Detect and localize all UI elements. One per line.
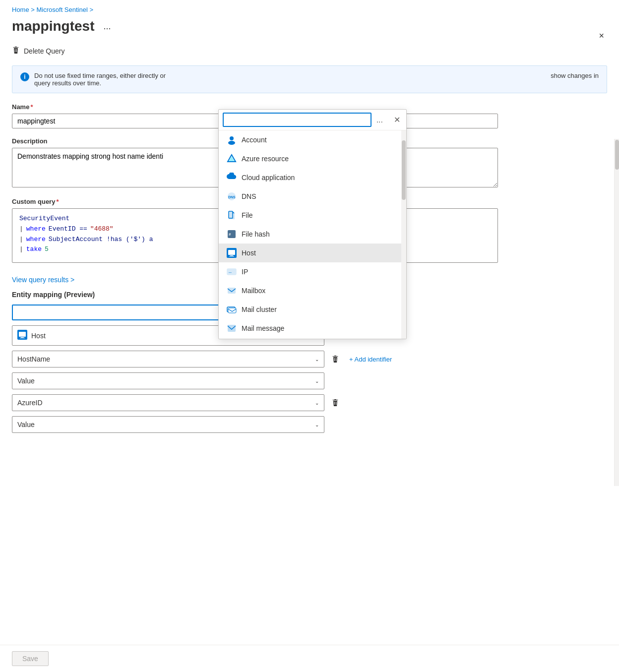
dropdown-item-account[interactable]: Account [219, 130, 401, 149]
file-hash-label: File hash [242, 230, 270, 238]
hostname-row: HostName ⌄ + Add identifier [12, 351, 607, 367]
file-hash-icon: # [227, 229, 237, 239]
azureid-value-chevron-icon: ⌄ [315, 422, 319, 428]
azure-resource-label: Azure resource [242, 155, 289, 163]
host-dropdown-label: Host [242, 249, 256, 257]
cloud-app-icon: APP [227, 173, 237, 183]
dropdown-item-file-hash[interactable]: # File hash [219, 225, 401, 244]
info-icon: i [20, 72, 29, 81]
azureid-value-label: Value [17, 421, 35, 428]
azureid-label: AzureID [17, 399, 43, 407]
mail-message-icon [227, 323, 237, 333]
svg-text:DNS: DNS [228, 195, 236, 199]
dns-icon: DNS [227, 191, 237, 201]
mailbox-icon [227, 286, 237, 296]
svg-rect-17 [229, 256, 234, 256]
trash-icon [12, 46, 20, 56]
dropdown-search-input[interactable] [223, 113, 371, 127]
svg-rect-22 [228, 308, 236, 313]
dropdown-item-malware[interactable]: Malware [219, 338, 401, 339]
azure-resource-icon [227, 154, 237, 164]
breadcrumb: Home > Microsoft Sentinel > [0, 0, 619, 16]
azureid-value-row: Value ⌄ [12, 416, 607, 433]
azureid-select[interactable]: AzureID ⌄ [12, 394, 324, 411]
ip-label: IP [242, 268, 248, 276]
dropdown-item-mail-cluster[interactable]: Mail cluster [219, 300, 401, 319]
host-entity-label: Host [31, 332, 46, 340]
hostname-value-label: Value [17, 377, 35, 385]
dropdown-scrollbar[interactable] [401, 130, 406, 339]
breadcrumb-home[interactable]: Home [12, 6, 29, 13]
mail-cluster-label: Mail cluster [242, 305, 277, 313]
mail-message-label: Mail message [242, 324, 284, 332]
dns-label: DNS [242, 192, 256, 200]
svg-rect-23 [228, 325, 236, 332]
dropdown-item-mailbox[interactable]: Mailbox [219, 281, 401, 300]
entity-type-inner: Host [17, 330, 46, 341]
account-icon [227, 135, 237, 145]
dropdown-item-ip[interactable]: ··· IP [219, 262, 401, 281]
ip-icon: ··· [227, 267, 237, 277]
svg-point-4 [230, 136, 234, 140]
delete-hostname-button[interactable] [328, 352, 342, 366]
show-changes-text: show changes in [551, 72, 599, 79]
page-ellipsis-button[interactable]: ... [100, 20, 114, 33]
delete-query-label: Delete Query [24, 47, 64, 55]
hostname-value-select[interactable]: Value ⌄ [12, 372, 324, 389]
main-scrollbar-thumb [615, 140, 619, 170]
dropdown-item-cloud-app[interactable]: APP Cloud application [219, 168, 401, 187]
hostname-label: HostName [17, 355, 50, 363]
save-button[interactable]: Save [12, 651, 49, 666]
host-dropdown-icon [227, 248, 237, 258]
dropdown-item-azure-resource[interactable]: Azure resource [219, 149, 401, 168]
azureid-value-select[interactable]: Value ⌄ [12, 416, 324, 433]
dropdown-item-mail-message[interactable]: Mail message [219, 319, 401, 338]
dropdown-top-area: ... ✕ [219, 110, 406, 130]
add-identifier-button[interactable]: + Add identifier [346, 354, 395, 365]
azureid-chevron-icon: ⌄ [315, 400, 319, 406]
dropdown-item-file[interactable]: File [219, 206, 401, 225]
mailbox-label: Mailbox [242, 287, 265, 295]
host-entity-icon [17, 330, 27, 341]
custom-query-required: * [56, 198, 59, 205]
page-title: mappingtest [12, 18, 94, 34]
dropdown-list: Account Azure resource APP [219, 130, 401, 339]
svg-text:···: ··· [229, 271, 232, 274]
azureid-inner: AzureID [17, 399, 43, 407]
hostname-chevron-icon: ⌄ [315, 357, 319, 362]
page-header: mappingtest ... [0, 16, 619, 42]
dropdown-close-button[interactable]: ✕ [392, 113, 402, 126]
svg-point-5 [228, 141, 235, 145]
entity-row-azureid: AzureID ⌄ [12, 394, 607, 411]
info-text: Do not use fixed time ranges, either dir… [34, 72, 599, 87]
file-label: File [242, 211, 253, 219]
dropdown-item-dns[interactable]: DNS DNS [219, 187, 401, 206]
svg-rect-1 [19, 332, 26, 337]
name-required: * [30, 103, 33, 111]
delete-query-button[interactable]: Delete Query [12, 42, 64, 60]
svg-text:APP: APP [230, 179, 236, 182]
cloud-app-label: Cloud application [242, 174, 295, 182]
delete-azureid-button[interactable] [328, 396, 342, 410]
breadcrumb-sep1: > [31, 6, 36, 13]
breadcrumb-sep2: > [89, 6, 93, 13]
dropdown-item-host[interactable]: Host [219, 244, 401, 262]
hostname-select[interactable]: HostName ⌄ [12, 351, 324, 367]
file-icon [227, 210, 237, 220]
hostname-value-inner: Value [17, 377, 35, 385]
save-btn-area: Save [0, 645, 619, 672]
dropdown-ellipsis-button[interactable]: ... [374, 115, 385, 125]
svg-rect-15 [228, 250, 235, 255]
hostname-inner: HostName [17, 355, 50, 363]
account-label: Account [242, 136, 267, 144]
dropdown-scroll-area: Account Azure resource APP [219, 130, 406, 339]
main-scrollbar[interactable] [614, 139, 619, 486]
view-query-link[interactable]: View query results > [12, 276, 74, 284]
entity-type-dropdown: ... ✕ Account [218, 109, 407, 339]
svg-text:#: # [229, 232, 231, 237]
svg-rect-20 [228, 288, 236, 294]
breadcrumb-sentinel[interactable]: Microsoft Sentinel [37, 6, 88, 13]
hostname-value-chevron-icon: ⌄ [315, 378, 319, 384]
svg-rect-3 [20, 338, 25, 338]
hostname-value-row: Value ⌄ [12, 372, 607, 389]
